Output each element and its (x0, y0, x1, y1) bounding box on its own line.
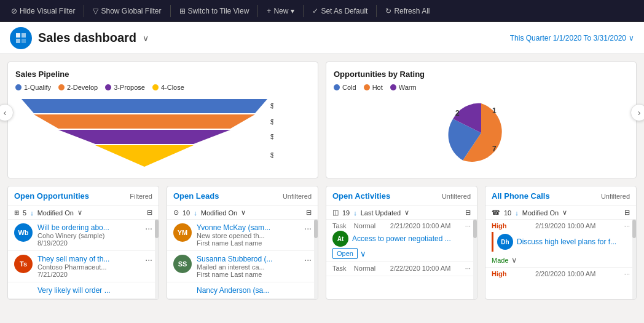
more-options-icon[interactable]: ··· (145, 223, 152, 233)
svg-rect-2 (16, 39, 20, 43)
scrollbar-thumb[interactable] (314, 220, 318, 238)
open-leads-subheader: ⊙ 10 ↓ Modified On ∨ ⊟ (167, 206, 318, 220)
sort-chevron-icon[interactable]: ∨ (562, 209, 567, 217)
open-activities-subheader: ◫ 19 ↓ Last Updated ∨ ⊟ (326, 206, 477, 220)
nav-arrow-right[interactable]: › (630, 104, 644, 121)
opportunities-title: Opportunities by Rating (334, 70, 629, 79)
svg-rect-0 (16, 33, 20, 38)
call-title[interactable]: Discuss high level plans for f... (517, 237, 630, 246)
scrollbar-thumb[interactable] (155, 220, 159, 238)
legend-hot: Hot (364, 84, 383, 91)
list-item: High 2/20/2020 10:00 AM ··· (485, 268, 636, 280)
open-activities-card: Open Activities Unfiltered ◫ 19 ↓ Last U… (326, 186, 477, 300)
more-options-icon[interactable]: ··· (465, 265, 471, 272)
header-left: Sales dashboard ∨ (10, 27, 149, 49)
svg-text:2: 2 (455, 109, 460, 118)
list-item: Task Normal 2/22/2020 10:00 AM ··· (326, 262, 477, 276)
sort-down-icon[interactable]: ↓ (353, 209, 357, 217)
show-global-filter-button[interactable]: ▽ Show Global Filter (88, 4, 166, 18)
sort-down-icon[interactable]: ↓ (30, 209, 34, 217)
scrollbar-thumb[interactable] (473, 220, 477, 238)
dashboard: ‹ › Sales Pipeline 1-Qualify 2-Develop 3… (0, 54, 644, 323)
list-item: Nancy Anderson (sa... (167, 282, 318, 299)
hide-visual-filter-button[interactable]: ⊘ Hide Visual Filter (6, 4, 80, 18)
sort-chevron-icon[interactable]: ∨ (241, 209, 246, 217)
page-title: Sales dashboard (38, 31, 136, 45)
funnel-chart: $25,000.00 $55,000.00 $36,000.00 $188,00… (15, 96, 273, 167)
more-options-icon[interactable]: ··· (145, 255, 152, 265)
new-chevron-icon: ▾ (291, 7, 294, 15)
more-options-icon[interactable]: ··· (304, 255, 312, 265)
scrollbar-thumb[interactable] (632, 220, 636, 238)
activity-meta: Task Normal 2/22/2020 10:00 AM ··· (332, 265, 471, 272)
new-button[interactable]: + New ▾ (262, 4, 299, 18)
all-phone-calls-body: High 2/19/2020 10:00 AM ··· Dh Discuss h… (485, 220, 636, 299)
call-status: Made (492, 257, 509, 264)
check-icon: ✓ (312, 7, 318, 15)
filter-config-icon[interactable]: ⊟ (147, 209, 152, 217)
svg-rect-3 (22, 39, 26, 43)
all-phone-calls-badge: Unfiltered (601, 193, 630, 200)
open-activities-badge: Unfiltered (442, 193, 471, 200)
sales-pipeline-legend: 1-Qualify 2-Develop 3-Propose 4-Close (15, 84, 310, 91)
phone-icon: ☎ (492, 209, 500, 217)
legend-propose: 3-Propose (105, 84, 145, 91)
charts-row: Sales Pipeline 1-Qualify 2-Develop 3-Pro… (7, 62, 637, 178)
open-activities-title: Open Activities (332, 191, 390, 201)
filter-config-icon[interactable]: ⊟ (465, 209, 471, 217)
activity-status[interactable]: Open (332, 248, 358, 259)
list-item: YM Yvonne McKay (sam... New store opened… (167, 220, 318, 251)
header-bar: Sales dashboard ∨ This Quarter 1/1/2020 … (0, 22, 644, 54)
open-activities-body: Task Normal 2/21/2020 10:00 AM ··· At Ac… (326, 220, 477, 299)
grid-small-icon: ⊞ (14, 209, 19, 216)
open-opportunities-card: Open Opportunities Filtered ⊞ 5 ↓ Modifi… (7, 186, 159, 300)
refresh-all-button[interactable]: ↻ Refresh All (380, 4, 434, 18)
list-item: High 2/19/2020 10:00 AM ··· Dh Discuss h… (485, 220, 636, 268)
more-options-icon[interactable]: ··· (624, 270, 630, 277)
sort-down-icon[interactable]: ↓ (515, 209, 519, 217)
pie-chart: 1 2 7 (420, 96, 543, 164)
item-content: Yvonne McKay (sam... New store opened th… (197, 223, 299, 247)
svg-text:$188,000.00: $188,000.00 (270, 151, 273, 159)
open-opportunities-body: Wb Will be ordering abo... Coho Winery (… (8, 220, 159, 299)
legend-close: 4-Close (152, 84, 184, 91)
open-activities-header: Open Activities Unfiltered (326, 186, 477, 206)
sort-chevron-icon[interactable]: ∨ (77, 209, 82, 217)
date-chevron-icon: ∨ (629, 34, 634, 42)
filter-config-icon[interactable]: ⊟ (624, 209, 630, 217)
svg-text:$55,000.00: $55,000.00 (270, 118, 273, 126)
more-options-icon[interactable]: ··· (624, 222, 630, 229)
avatar: SS (173, 255, 192, 273)
open-leads-body: YM Yvonne McKay (sam... New store opened… (167, 220, 318, 299)
filter-config-icon[interactable]: ⊟ (306, 209, 312, 217)
scrollbar-track[interactable] (632, 220, 636, 299)
sales-pipeline-title: Sales Pipeline (15, 70, 310, 79)
legend-qualify: 1-Qualify (15, 84, 51, 91)
open-leads-header: Open Leads Unfiltered (167, 186, 318, 206)
open-opportunities-header: Open Opportunities Filtered (8, 186, 159, 206)
priority-bar-red (492, 232, 493, 252)
date-range-selector[interactable]: This Quarter 1/1/2020 To 3/31/2020 ∨ (510, 34, 634, 42)
filter-icon: ⊘ (11, 7, 17, 15)
title-chevron-icon[interactable]: ∨ (143, 33, 149, 43)
more-options-icon[interactable]: ··· (304, 223, 312, 233)
set-as-default-button[interactable]: ✓ Set As Default (307, 4, 372, 18)
list-item: Wb Will be ordering abo... Coho Winery (… (8, 220, 159, 251)
scrollbar-track[interactable] (473, 220, 477, 299)
sort-chevron-icon[interactable]: ∨ (404, 209, 409, 217)
scrollbar-track[interactable] (155, 220, 159, 299)
status-chevron-icon[interactable]: ∨ (511, 255, 517, 265)
activity-content: At Access to power negotiated ... (332, 231, 471, 247)
svg-marker-6 (34, 114, 255, 129)
priority-label: High (492, 270, 506, 277)
sort-down-icon[interactable]: ↓ (194, 209, 197, 217)
scrollbar-track[interactable] (314, 220, 318, 299)
open-opportunities-subheader: ⊞ 5 ↓ Modified On ∨ ⊟ (8, 206, 159, 220)
list-item: Very likely will order ... (8, 282, 159, 299)
more-options-icon[interactable]: ··· (465, 222, 471, 229)
open-opportunities-badge: Filtered (130, 193, 152, 200)
divider-2 (170, 5, 171, 17)
status-chevron-icon[interactable]: ∨ (360, 249, 366, 258)
plus-icon: + (267, 7, 271, 15)
switch-tile-view-button[interactable]: ⊞ Switch to Tile View (175, 4, 254, 18)
